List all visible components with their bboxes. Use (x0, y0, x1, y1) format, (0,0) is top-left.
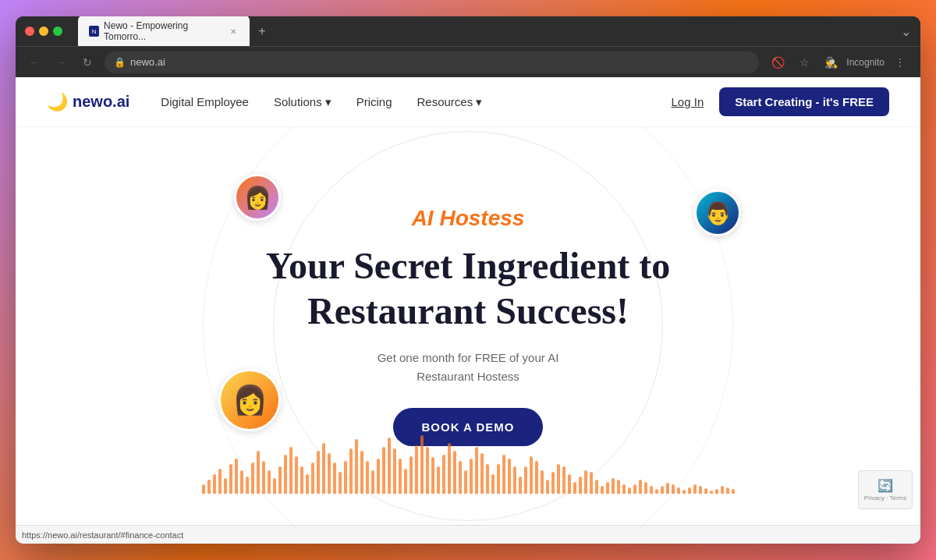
wave-bar (355, 439, 358, 494)
wave-bar (442, 455, 445, 494)
nav-links: Digital Employee Solutions ▾ Pricing Res… (161, 95, 671, 109)
close-button[interactable] (25, 27, 34, 36)
tab-title: Newo - Empowering Tomorro... (104, 20, 224, 42)
main-nav: 🌙 newo.ai Digital Employee Solutions ▾ P… (16, 77, 920, 127)
avatar-2: 👨 (694, 190, 741, 236)
wave-bar (486, 464, 489, 494)
nav-actions: Log In Start Creating - it's FREE (672, 87, 889, 116)
chevron-down-icon: ▾ (325, 95, 332, 109)
wave-bar (480, 453, 484, 494)
hero-title: Your Secret Ingredient to Restaurant Suc… (266, 243, 671, 333)
forward-button[interactable]: → (51, 53, 70, 72)
new-tab-button[interactable]: + (253, 22, 271, 41)
wave-bar (688, 487, 691, 494)
chevron-down-icon-2: ▾ (476, 95, 482, 109)
status-url: https://newo.ai/restaurant/#finance-cont… (22, 530, 183, 540)
wave-bar (573, 482, 576, 494)
wave-bar (344, 461, 347, 494)
wave-bar (306, 474, 309, 494)
logo-icon: 🌙 (47, 92, 68, 112)
window-control[interactable]: ⌄ (901, 24, 911, 39)
recaptcha-text: Privacy · Terms (864, 494, 907, 502)
wave-bar (202, 484, 205, 494)
url-bar[interactable]: 🔒 newo.ai (105, 51, 759, 73)
wave-bar (715, 489, 718, 494)
wave-bar (699, 486, 702, 494)
wave-bar (666, 483, 669, 494)
wave-bar (431, 457, 434, 494)
wave-bar (333, 463, 336, 494)
wave-bar (502, 455, 505, 494)
wave-bar (207, 480, 211, 494)
wave-bar (491, 474, 495, 494)
wave-bar (453, 451, 456, 494)
wave-bar (579, 477, 582, 494)
nav-resources[interactable]: Resources ▾ (417, 95, 483, 109)
wave-bar (349, 448, 353, 494)
minimize-button[interactable] (39, 27, 48, 36)
hero-subtitle: AI Hostess (266, 206, 671, 231)
wave-bar (693, 484, 697, 494)
status-bar: https://newo.ai/restaurant/#finance-cont… (16, 525, 920, 544)
wave-bar (595, 480, 598, 494)
avatar-1: 👩 (234, 174, 281, 221)
wave-bar (311, 463, 314, 494)
wave-bar (240, 470, 243, 494)
nav-digital-employee[interactable]: Digital Employee (161, 95, 249, 108)
wave-bar (590, 472, 593, 494)
wave-bar (224, 478, 227, 494)
wave-bar (410, 456, 413, 494)
hero-description: Get one month for FREE of your AI Restau… (351, 349, 585, 386)
wave-bar (655, 489, 658, 494)
wave-bar (235, 459, 238, 494)
page-content: 🌙 newo.ai Digital Employee Solutions ▾ P… (16, 77, 920, 544)
wave-bar (448, 443, 451, 494)
wave-bar (557, 464, 560, 494)
wave-bar (546, 480, 549, 494)
tab-close-button[interactable]: ✕ (229, 26, 239, 37)
address-actions: 🚫 ☆ 🕵️ Incognito ⋮ (767, 51, 911, 73)
title-bar: N Newo - Empowering Tomorro... ✕ + ⌄ (16, 16, 920, 46)
wave-bar (475, 447, 478, 494)
wave-bar (644, 482, 647, 494)
logo[interactable]: 🌙 newo.ai (47, 92, 129, 112)
wave-bar (317, 451, 320, 494)
maximize-button[interactable] (53, 27, 62, 36)
wave-bar (251, 463, 254, 494)
wave-bar (710, 491, 713, 494)
wave-bar (262, 461, 265, 494)
login-button[interactable]: Log In (672, 95, 704, 108)
wave-bar (541, 470, 544, 494)
address-bar: ← → ↻ 🔒 newo.ai 🚫 ☆ 🕵️ Incognito ⋮ (16, 46, 920, 77)
wave-bar (300, 466, 303, 494)
bookmark-icon[interactable]: ☆ (793, 51, 815, 73)
wave-bar (732, 489, 735, 494)
start-creating-button[interactable]: Start Creating - it's FREE (719, 87, 889, 116)
active-tab[interactable]: N Newo - Empowering Tomorro... ✕ (78, 16, 250, 47)
eye-slash-icon: 🚫 (767, 51, 789, 73)
wave-bar (633, 484, 636, 494)
wave-bar (650, 486, 653, 494)
back-button[interactable]: ← (25, 53, 44, 72)
recaptcha-logo: 🔄 (878, 478, 893, 493)
nav-solutions[interactable]: Solutions ▾ (274, 95, 332, 109)
wave-bar (420, 435, 424, 494)
wave-bar (721, 486, 724, 494)
wave-bar (622, 484, 626, 494)
wave-bar (268, 470, 271, 494)
nav-pricing[interactable]: Pricing (356, 95, 392, 108)
wave-bar (464, 470, 467, 494)
wave-bar (535, 461, 538, 494)
logo-text: newo.ai (73, 93, 129, 111)
tabs-bar: N Newo - Empowering Tomorro... ✕ + (78, 16, 895, 47)
wave-bar (360, 451, 363, 494)
menu-button[interactable]: ⋮ (889, 51, 911, 73)
wave-bar (617, 480, 620, 494)
wave-bar (328, 453, 331, 494)
wave-bar (426, 447, 429, 494)
browser-window: N Newo - Empowering Tomorro... ✕ + ⌄ ← →… (16, 16, 920, 544)
wave-bar (257, 451, 260, 494)
wave-bar (601, 486, 604, 494)
tab-favicon: N (89, 26, 99, 37)
reload-button[interactable]: ↻ (78, 53, 97, 72)
